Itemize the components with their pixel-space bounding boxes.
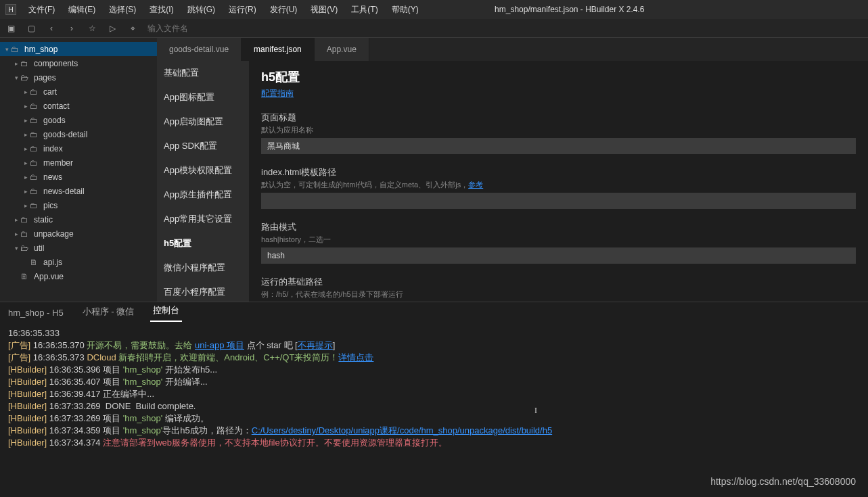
- chevron-icon: ▸: [22, 174, 30, 181]
- config-nav-item[interactable]: App常用其它设置: [157, 207, 249, 231]
- menu-item[interactable]: 视图(V): [304, 5, 344, 14]
- config-nav-item[interactable]: App原生插件配置: [157, 183, 249, 207]
- folder-item[interactable]: ▸🗀components: [0, 56, 157, 70]
- field-label: 运行的基础路径: [261, 276, 856, 288]
- menubar: H 文件(F)编辑(E)选择(S)查找(I)跳转(G)运行(R)发行(U)视图(…: [0, 0, 868, 19]
- menu-item[interactable]: 帮助(Y): [385, 5, 426, 14]
- console-line: [HBuilder] 16:37:33.269 项目 'hm_shop' 编译成…: [8, 412, 860, 425]
- new-file-icon[interactable]: ▢: [26, 23, 37, 34]
- editor-tab[interactable]: manifest.json: [242, 38, 315, 61]
- star-icon[interactable]: ☆: [87, 23, 97, 34]
- tree-label: pics: [43, 201, 58, 210]
- field-input[interactable]: [261, 138, 856, 154]
- play-icon[interactable]: ▷: [107, 23, 118, 34]
- menu-item[interactable]: 编辑(E): [62, 5, 102, 14]
- tree-label: contact: [43, 101, 70, 111]
- menu-item[interactable]: 文件(F): [22, 5, 62, 14]
- folder-item[interactable]: ▸🗀static: [0, 212, 157, 227]
- config-nav-item[interactable]: 百度小程序配置: [157, 280, 249, 302]
- console-tab[interactable]: 小程序 - 微信: [80, 302, 137, 322]
- form-title: h5配置: [261, 69, 856, 85]
- config-guide-link[interactable]: 配置指南: [261, 89, 294, 98]
- config-nav-item[interactable]: App SDK配置: [157, 134, 249, 158]
- field-input[interactable]: [261, 193, 856, 209]
- target-icon[interactable]: ⌖: [127, 23, 138, 34]
- editor-tab[interactable]: goods-detail.vue: [157, 38, 242, 61]
- chevron-icon: ▸: [22, 145, 30, 152]
- console-line: [广告] 16:36:35.373 DCloud 新春招聘开启，欢迎前端、And…: [8, 352, 860, 364]
- folder-item[interactable]: ▸🗀news-detail: [0, 184, 157, 198]
- folder-item[interactable]: ▸🗀member: [0, 156, 157, 170]
- config-form: h5配置 配置指南 页面标题默认为应用名称index.html模板路径默认为空，…: [249, 61, 868, 302]
- tree-label: App.vue: [34, 272, 64, 281]
- file-explorer[interactable]: ▾🗀hm_shop▸🗀components▾🗁pages▸🗀cart▸🗀cont…: [0, 38, 157, 302]
- config-nav-item[interactable]: 基础配置: [157, 61, 249, 85]
- field-hint: 例：/h5/，代表在域名的/h5目录下部署运行: [261, 289, 856, 300]
- console-link[interactable]: C:/Users/destiny/Desktop/uniapp课程/code/h…: [252, 425, 552, 435]
- console-tab[interactable]: 控制台: [150, 300, 182, 322]
- folder-item[interactable]: ▸🗀unpackage: [0, 227, 157, 241]
- folder-icon: 🗀: [20, 229, 31, 239]
- config-nav-item[interactable]: h5配置: [157, 231, 249, 256]
- config-nav-item[interactable]: App启动图配置: [157, 110, 249, 134]
- chevron-icon: ▸: [12, 60, 20, 67]
- field-label: 页面标题: [261, 112, 856, 124]
- folder-item[interactable]: ▸🗀index: [0, 141, 157, 156]
- chevron-icon: ▾: [12, 245, 20, 252]
- menu-item[interactable]: 运行(R): [222, 5, 263, 14]
- folder-item[interactable]: ▸🗀cart: [0, 85, 157, 99]
- folder-item[interactable]: ▾🗀hm_shop: [0, 42, 157, 56]
- config-nav-item[interactable]: App图标配置: [157, 85, 249, 110]
- tree-label: member: [43, 158, 73, 168]
- tree-label: hm_shop: [24, 45, 58, 54]
- tree-label: cart: [43, 87, 57, 97]
- folder-item[interactable]: ▸🗀pics: [0, 198, 157, 212]
- folder-icon: 🗀: [30, 116, 41, 125]
- editor-tabs: goods-detail.vuemanifest.jsonApp.vue: [157, 38, 868, 61]
- chevron-icon: ▸: [12, 216, 20, 223]
- config-nav-item[interactable]: App模块权限配置: [157, 158, 249, 183]
- menu-item[interactable]: 跳转(G): [181, 5, 222, 14]
- nav-forward-icon[interactable]: ›: [66, 23, 77, 34]
- folder-item[interactable]: ▸🗀goods: [0, 113, 157, 127]
- console-line: [HBuilder] 16:36:39.417 正在编译中...: [8, 388, 860, 400]
- file-item[interactable]: 🗎api.js: [0, 255, 157, 269]
- tree-label: goods: [43, 116, 66, 125]
- folder-item[interactable]: ▾🗁pages: [0, 70, 157, 85]
- nav-back-icon[interactable]: ‹: [46, 23, 57, 34]
- chevron-icon: ▾: [12, 74, 20, 81]
- file-search-input[interactable]: [147, 24, 249, 33]
- console-output[interactable]: 16:36:35.333[广告] 16:36:35.370 开源不易，需要鼓励。…: [0, 322, 868, 497]
- folder-item[interactable]: ▸🗀contact: [0, 99, 157, 113]
- console-link[interactable]: uni-app 项目: [195, 340, 244, 350]
- tree-label: components: [34, 59, 78, 68]
- menu-item[interactable]: 查找(I): [143, 5, 180, 14]
- folder-item[interactable]: ▸🗀news: [0, 170, 157, 184]
- console-tab[interactable]: hm_shop - H5: [5, 304, 66, 322]
- menu-item[interactable]: 工具(T): [344, 5, 384, 14]
- menu-item[interactable]: 选择(S): [102, 5, 143, 14]
- config-nav-item[interactable]: 微信小程序配置: [157, 256, 249, 280]
- menu-item[interactable]: 发行(U): [263, 5, 304, 14]
- folder-item[interactable]: ▾🗁util: [0, 241, 157, 255]
- folder-item[interactable]: ▸🗀goods-detail: [0, 127, 157, 141]
- chevron-icon: ▸: [12, 231, 20, 237]
- console-line: [HBuilder] 16:37:34.359 项目 'hm_shop'导出h5…: [8, 425, 860, 437]
- console-line: [HBuilder] 16:37:34.374 注意请部署到web服务器使用，不…: [8, 437, 860, 449]
- console-link[interactable]: 不再提示: [298, 340, 333, 350]
- tree-label: news: [43, 172, 62, 182]
- hint-link[interactable]: 参考: [468, 181, 483, 189]
- save-icon[interactable]: ▣: [5, 23, 16, 34]
- text-cursor-icon: I: [534, 406, 537, 416]
- editor-tab[interactable]: App.vue: [315, 38, 369, 61]
- file-icon: 🗎: [30, 258, 41, 267]
- field-input[interactable]: [261, 247, 856, 264]
- tree-label: unpackage: [34, 229, 74, 239]
- tree-label: util: [34, 243, 44, 253]
- chevron-icon: ▸: [22, 103, 30, 110]
- console-link[interactable]: 详情点击: [338, 352, 373, 362]
- console-line: [HBuilder] 16:36:35.396 项目 'hm_shop' 开始发…: [8, 364, 860, 376]
- console-line: [HBuilder] 16:37:33.269 DONE Build compl…: [8, 400, 860, 412]
- file-item[interactable]: 🗎App.vue: [0, 269, 157, 283]
- folder-icon: 🗀: [11, 45, 22, 54]
